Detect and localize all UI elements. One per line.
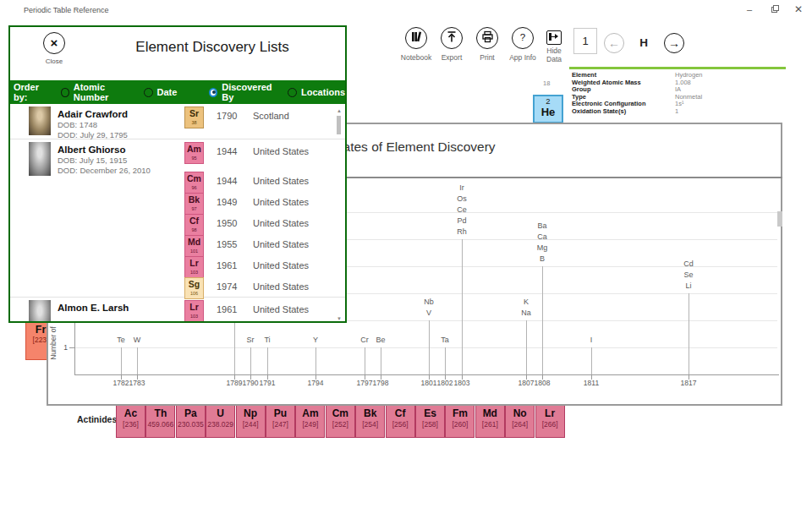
- element-label: Cd: [670, 259, 707, 270]
- discovery-year: 1974: [217, 281, 239, 292]
- element-label: Ca: [524, 232, 561, 243]
- element-symbol: Cf: [185, 215, 203, 227]
- discoverer-dob: DOB: 1748: [58, 120, 97, 129]
- discovery-entry: Am951944United States: [184, 142, 309, 164]
- discoverer-row[interactable]: Adair CrawfordDOB: 1748DOD: July 29, 179…: [10, 104, 345, 139]
- atomic-number: 101: [185, 249, 203, 254]
- atomic-number: 106: [185, 291, 203, 296]
- atomic-number: 38: [185, 120, 203, 125]
- radio-label: Atomic Number: [74, 82, 132, 102]
- x-tick-label: 1794: [299, 379, 332, 387]
- element-tile-sr[interactable]: Sr38: [184, 107, 204, 128]
- spike-element-labels: BaCaMgB: [524, 221, 561, 265]
- element-label: K: [508, 297, 545, 308]
- radio-icon[interactable]: [144, 88, 153, 97]
- chart-scrollbar-thumb[interactable]: [777, 211, 782, 227]
- chart-spike-1817: [689, 293, 689, 374]
- chart-spike-1802: [445, 347, 446, 374]
- element-symbol: Am: [185, 143, 203, 156]
- discovery-location: United States: [253, 176, 309, 186]
- gridline: [75, 347, 777, 348]
- element-tile-sg[interactable]: Sg106: [184, 277, 204, 299]
- order-by-label: Order by:: [14, 82, 49, 102]
- discoverer-photo: [29, 142, 51, 176]
- y-axis-label: Number of: [49, 326, 58, 360]
- chart-spike-1791: [267, 347, 268, 374]
- discovery-entry: Md1011955United States: [184, 235, 309, 257]
- chart-spike-1807: [526, 320, 527, 374]
- discoverer-name: Almon E. Larsh: [58, 303, 129, 313]
- x-tick-label: 1803: [445, 379, 479, 387]
- element-symbol: Sr: [185, 107, 203, 120]
- discovery-entry: Lr1031961United States: [184, 300, 309, 321]
- radio-label: Discovered By: [222, 82, 276, 102]
- element-label: Pd: [443, 216, 480, 227]
- element-tile-md[interactable]: Md101: [184, 235, 204, 257]
- order-option-date[interactable]: Date: [144, 87, 178, 97]
- y-tick-label: 1: [59, 343, 68, 352]
- element-tile-cm[interactable]: Cm96: [184, 172, 204, 194]
- chart-spike-1794: [315, 347, 316, 374]
- chart-spike-1783: [137, 347, 138, 374]
- chart-spike-1808: [542, 266, 543, 374]
- discovery-location: United States: [253, 218, 309, 228]
- spike-element-labels: IrOsCePdRh: [443, 183, 480, 238]
- element-symbol: Cm: [185, 172, 203, 185]
- element-label: Nb: [410, 297, 447, 308]
- element-label: Y: [297, 335, 334, 346]
- discovery-year: 1944: [217, 176, 239, 186]
- y-tick: [69, 347, 75, 348]
- minimize-button[interactable]: –: [740, 2, 759, 17]
- restore-button[interactable]: [765, 2, 784, 17]
- element-tile-lr[interactable]: Lr103: [184, 300, 204, 321]
- discovery-year: 1790: [217, 111, 239, 121]
- element-label: Ir: [443, 183, 480, 194]
- element-tile-bk[interactable]: Bk97: [184, 193, 204, 215]
- order-option-discovered-by[interactable]: Discovered By: [209, 82, 276, 102]
- scrollbar-thumb[interactable]: [337, 116, 341, 134]
- discovery-location: United States: [253, 197, 309, 207]
- chart-spike-1782: [121, 347, 122, 374]
- element-tile-am[interactable]: Am95: [184, 142, 204, 164]
- scroll-down-icon[interactable]: ▼: [336, 316, 343, 321]
- discovery-entry: Cf981950United States: [184, 214, 309, 236]
- scroll-up-icon[interactable]: ▲: [336, 108, 343, 113]
- discovery-location: United States: [253, 281, 309, 292]
- discoverer-row[interactable]: Albert GhiorsoDOB: July 15, 1915DOD: Dec…: [10, 139, 345, 298]
- chart-spike-1790: [250, 347, 251, 374]
- radio-icon[interactable]: [288, 88, 297, 97]
- element-tile-lr[interactable]: Lr103: [184, 256, 204, 278]
- element-symbol: Md: [185, 236, 203, 249]
- element-discovery-dialog: × Close Element Discovery Lists Order by…: [8, 25, 347, 323]
- window-title: Periodic Table Reference: [24, 6, 108, 14]
- order-option-locations[interactable]: Locations: [288, 87, 345, 97]
- discoverer-photo: [29, 107, 51, 135]
- element-label: Li: [670, 281, 707, 292]
- x-tick-label: 1811: [574, 379, 608, 387]
- dialog-scrollbar[interactable]: ▲ ▼: [336, 108, 343, 321]
- chart-spike-1801: [429, 320, 430, 374]
- atomic-number: 97: [185, 206, 203, 211]
- atomic-number: 95: [185, 156, 203, 161]
- discovery-year: 1955: [217, 239, 239, 249]
- element-label: Na: [508, 308, 545, 319]
- element-label: Rh: [443, 227, 480, 238]
- radio-selected-icon[interactable]: [209, 88, 217, 97]
- discovery-year: 1950: [217, 218, 239, 228]
- order-option-atomic-number[interactable]: Atomic Number: [61, 82, 131, 102]
- discovery-location: United States: [253, 260, 309, 270]
- discovery-year: 1949: [217, 197, 239, 207]
- close-window-button[interactable]: ✕: [789, 2, 808, 17]
- close-dialog-button[interactable]: ×: [43, 32, 65, 54]
- element-label: W: [118, 335, 156, 346]
- spike-element-labels: Ta: [426, 335, 464, 346]
- radio-label: Locations: [301, 87, 345, 97]
- chart-spike-1803: [462, 239, 463, 374]
- radio-icon[interactable]: [61, 88, 69, 97]
- element-tile-cf[interactable]: Cf98: [184, 214, 204, 236]
- x-tick-label: 1798: [364, 379, 398, 387]
- discoverer-row[interactable]: Almon E. LarshLr1031961United States: [10, 298, 345, 321]
- x-tick-label: 1817: [672, 379, 705, 387]
- radio-label: Date: [157, 87, 178, 97]
- element-label: Ta: [426, 335, 464, 346]
